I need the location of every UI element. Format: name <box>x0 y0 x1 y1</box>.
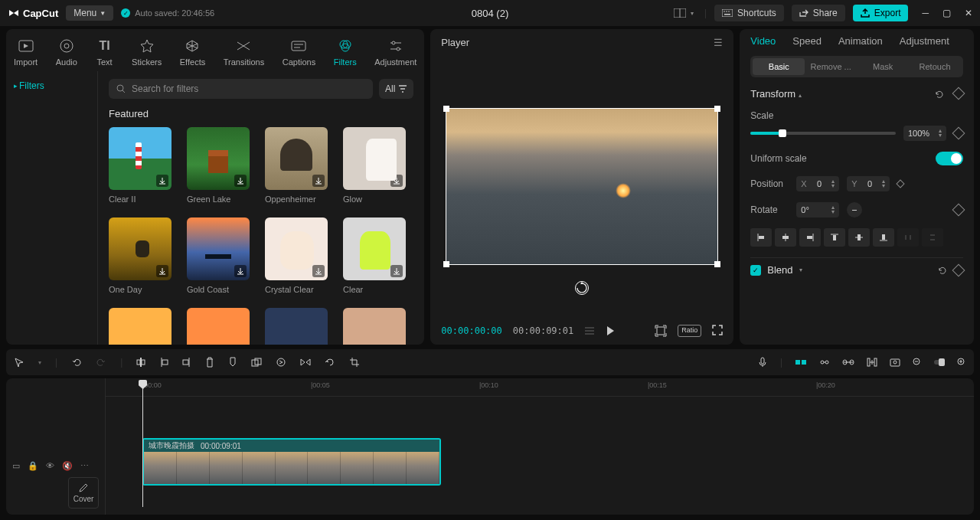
filter-item[interactable]: Crystal Clear <box>265 217 328 294</box>
shortcuts-button[interactable]: Shortcuts <box>714 5 784 21</box>
keyframe-icon[interactable] <box>952 87 965 100</box>
filter-item[interactable]: Clear <box>343 217 406 294</box>
track-lock-icon[interactable]: 🔒 <box>28 461 38 471</box>
layout-button[interactable]: ▾ <box>671 5 697 21</box>
trim-right-icon[interactable] <box>182 357 191 368</box>
maximize-button[interactable]: ▢ <box>942 8 951 18</box>
close-button[interactable]: ✕ <box>965 8 972 18</box>
search-input[interactable]: Search for filters <box>109 79 373 99</box>
keyframe-icon[interactable] <box>897 179 905 188</box>
tab-animation[interactable]: Animation <box>838 35 883 47</box>
tab-adjustment-right[interactable]: Adjustment <box>900 35 949 47</box>
timeline-ruler[interactable]: |00:00 |00:05 |00:10 |00:15 |00:20 <box>106 378 974 397</box>
track-eye-icon[interactable]: 👁 <box>46 461 54 471</box>
resize-handle[interactable] <box>714 261 720 267</box>
link-preview-icon[interactable] <box>819 357 830 368</box>
reverse-icon[interactable] <box>276 357 286 368</box>
filter-item[interactable]: Glow <box>343 127 406 204</box>
resize-handle[interactable] <box>443 261 449 267</box>
rotate-input[interactable]: 0°▴▾ <box>796 202 839 217</box>
download-icon[interactable] <box>312 265 325 277</box>
undo-icon[interactable] <box>71 357 82 368</box>
keyframe-icon[interactable] <box>952 204 965 217</box>
filter-item[interactable] <box>187 308 250 345</box>
filter-item[interactable]: Green Lake <box>187 127 250 204</box>
filters-category[interactable]: ▸Filters <box>14 80 90 91</box>
subtab-remove[interactable]: Remove ... <box>805 58 857 75</box>
tab-captions[interactable]: Captions <box>279 35 318 68</box>
subtab-basic[interactable]: Basic <box>753 58 805 75</box>
tab-text[interactable]: TIText <box>92 35 116 68</box>
rotate-icon[interactable] <box>325 357 335 368</box>
reset-icon[interactable] <box>934 89 945 100</box>
download-icon[interactable] <box>156 265 168 277</box>
scale-icon[interactable] <box>655 325 667 337</box>
filter-item[interactable]: Gold Coast <box>187 217 250 294</box>
tab-speed[interactable]: Speed <box>792 35 822 47</box>
align-center-v[interactable] <box>848 228 870 247</box>
uniform-scale-toggle[interactable] <box>936 152 963 165</box>
tab-stickers[interactable]: Stickers <box>129 35 165 68</box>
scale-value[interactable]: 100%▴▾ <box>903 126 946 141</box>
link-icon[interactable] <box>842 359 854 365</box>
align-center-h[interactable] <box>775 228 796 247</box>
menu-button[interactable]: Menu ▼ <box>66 5 113 21</box>
align-left[interactable] <box>750 228 772 247</box>
split-icon[interactable] <box>136 357 145 368</box>
zoom-out-icon[interactable] <box>913 358 922 367</box>
player-viewport[interactable] <box>430 56 733 317</box>
ratio-button[interactable]: Ratio <box>678 325 701 337</box>
filter-item[interactable]: Clear II <box>109 127 172 204</box>
screenshot-icon[interactable] <box>890 358 900 367</box>
video-clip[interactable]: 城市晚霞拍摄 00:00:09:01 <box>142 438 441 486</box>
play-icon[interactable] <box>606 325 615 336</box>
export-button[interactable]: Export <box>853 5 909 21</box>
download-icon[interactable] <box>234 175 247 187</box>
resize-handle[interactable] <box>714 106 720 112</box>
filter-item[interactable] <box>343 308 406 345</box>
download-icon[interactable] <box>156 175 168 187</box>
select-tool[interactable] <box>14 357 24 368</box>
redo-icon[interactable] <box>96 357 106 368</box>
reset-icon[interactable] <box>937 265 948 276</box>
zoom-slider[interactable] <box>934 360 945 365</box>
tab-adjustment[interactable]: Adjustment <box>371 35 420 68</box>
preview-frame[interactable] <box>446 108 718 265</box>
tab-effects[interactable]: Effects <box>177 35 208 68</box>
subtab-mask[interactable]: Mask <box>857 58 909 75</box>
share-button[interactable]: Share <box>792 5 845 21</box>
rotate-handle[interactable] <box>575 281 589 295</box>
player-menu-icon[interactable]: ☰ <box>714 37 723 48</box>
copy-icon[interactable] <box>251 358 262 367</box>
delete-icon[interactable] <box>205 357 214 368</box>
filter-item[interactable]: Oppenheimer <box>265 127 328 204</box>
download-icon[interactable] <box>390 265 403 277</box>
minimize-button[interactable]: ─ <box>922 8 929 18</box>
filter-item[interactable] <box>109 308 172 345</box>
keyframe-icon[interactable] <box>952 127 965 140</box>
marker-icon[interactable] <box>228 357 237 368</box>
mic-icon[interactable] <box>757 357 768 368</box>
track-layers-icon[interactable]: ▭ <box>12 461 20 471</box>
keyframe-icon[interactable] <box>952 263 965 276</box>
download-icon[interactable] <box>390 175 403 187</box>
position-y-input[interactable]: Y0▴▾ <box>847 176 890 191</box>
tab-filters[interactable]: Filters <box>331 35 360 68</box>
rotate-dial[interactable] <box>847 202 862 217</box>
align-top[interactable] <box>824 228 845 247</box>
tab-transitions[interactable]: Transitions <box>220 35 267 68</box>
align-bottom[interactable] <box>873 228 894 247</box>
magnet-icon[interactable] <box>795 358 807 366</box>
download-icon[interactable] <box>312 175 325 187</box>
resize-handle[interactable] <box>443 106 449 112</box>
track-more-icon[interactable]: ⋯ <box>80 461 89 471</box>
crop-icon[interactable] <box>349 357 360 368</box>
zoom-in-icon[interactable] <box>957 358 966 367</box>
filter-item[interactable]: One Day <box>109 217 172 294</box>
all-filters-button[interactable]: All <box>379 79 413 99</box>
cover-button[interactable]: Cover <box>68 477 99 509</box>
blend-checkbox[interactable]: ✓ <box>750 265 761 276</box>
scale-slider[interactable] <box>750 132 896 135</box>
fullscreen-icon[interactable] <box>712 325 723 335</box>
add-track-icon[interactable] <box>867 358 877 367</box>
